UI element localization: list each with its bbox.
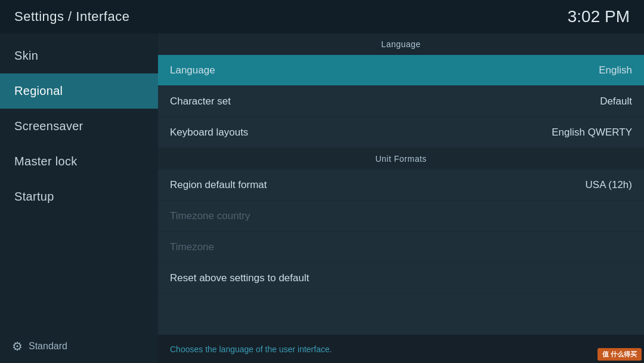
setting-label-timezone: Timezone <box>170 241 214 253</box>
main-layout: Skin Regional Screensaver Master lock St… <box>0 33 644 363</box>
footer-description: Chooses the language of the user interfa… <box>170 344 332 354</box>
sidebar: Skin Regional Screensaver Master lock St… <box>0 33 158 363</box>
setting-row-keyboard-layouts[interactable]: Keyboard layouts English QWERTY <box>158 117 644 148</box>
setting-row-timezone: Timezone <box>158 232 644 263</box>
setting-value-language: English <box>599 64 632 76</box>
setting-value-region-default-format: USA (12h) <box>586 179 632 191</box>
setting-row-language[interactable]: Language English <box>158 55 644 86</box>
setting-label-region-default-format: Region default format <box>170 179 267 191</box>
sidebar-item-regional[interactable]: Regional <box>0 73 158 109</box>
sidebar-item-master-lock[interactable]: Master lock <box>0 144 158 179</box>
content-area: Language Language English Character set … <box>158 33 644 363</box>
setting-row-timezone-country: Timezone country <box>158 201 644 232</box>
setting-row-reset-settings[interactable]: Reset above settings to default <box>158 263 644 294</box>
setting-value-keyboard-layouts: English QWERTY <box>552 127 632 139</box>
section-header-language: Language <box>158 33 644 55</box>
watermark: 值 什么得买 <box>597 348 642 361</box>
sidebar-bottom-label: Standard <box>29 341 67 352</box>
clock: 3:02 PM <box>568 7 630 26</box>
setting-row-region-default-format[interactable]: Region default format USA (12h) <box>158 170 644 201</box>
setting-row-character-set[interactable]: Character set Default <box>158 86 644 117</box>
footer: Chooses the language of the user interfa… <box>158 334 644 363</box>
setting-label-character-set: Character set <box>170 96 231 107</box>
setting-label-language: Language <box>170 64 215 76</box>
sidebar-item-screensaver[interactable]: Screensaver <box>0 109 158 144</box>
gear-icon: ⚙ <box>12 339 23 353</box>
setting-label-keyboard-layouts: Keyboard layouts <box>170 127 248 139</box>
page-title: Settings / Interface <box>14 9 129 24</box>
header: Settings / Interface 3:02 PM <box>0 0 644 33</box>
content-inner: Language Language English Character set … <box>158 33 644 322</box>
setting-value-character-set: Default <box>600 96 632 107</box>
setting-label-timezone-country: Timezone country <box>170 210 250 222</box>
section-header-unit-formats: Unit Formats <box>158 148 644 170</box>
sidebar-bottom: ⚙ Standard <box>0 330 158 363</box>
setting-label-reset-settings: Reset above settings to default <box>170 272 309 284</box>
sidebar-item-startup[interactable]: Startup <box>0 179 158 214</box>
sidebar-item-skin[interactable]: Skin <box>0 38 158 73</box>
